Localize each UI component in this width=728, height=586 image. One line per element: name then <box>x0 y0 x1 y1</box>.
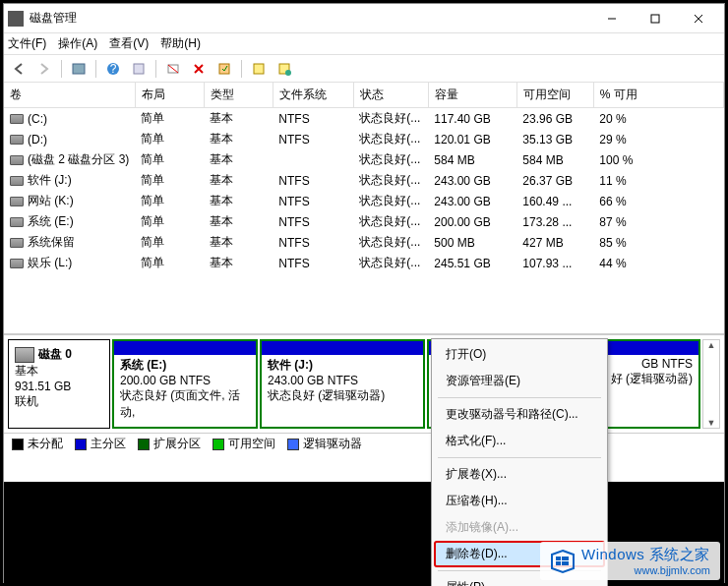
close-button[interactable] <box>677 5 720 32</box>
volume-icon <box>10 114 24 124</box>
col-pct[interactable]: % 可用 <box>593 83 723 108</box>
menu-help[interactable]: 帮助(H) <box>160 35 201 52</box>
back-button[interactable] <box>8 58 30 80</box>
svg-rect-1 <box>651 15 659 23</box>
legend-unallocated: 未分配 <box>28 436 63 452</box>
table-row[interactable]: (C:)简单基本NTFS状态良好(...117.40 GB23.96 GB20 … <box>4 108 724 130</box>
watermark-line2: www.bjjmlv.com <box>581 564 710 576</box>
scroll-indicator[interactable]: ▲▼ <box>702 339 720 429</box>
toolbar-icon-1[interactable] <box>68 58 90 80</box>
volume-icon <box>10 176 24 186</box>
col-fs[interactable]: 文件系统 <box>273 83 353 108</box>
table-row[interactable]: (磁盘 2 磁盘分区 3)简单基本状态良好(...584 MB584 MB100… <box>4 149 724 170</box>
disk-size: 931.51 GB <box>15 380 103 393</box>
partition-title: 软件 (J:) <box>268 357 417 374</box>
disk-label: 磁盘 0 <box>38 347 72 361</box>
svg-text:?: ? <box>110 62 117 76</box>
table-row[interactable]: (D:)简单基本NTFS状态良好(...120.01 GB35.13 GB29 … <box>4 129 724 149</box>
cm-shrink[interactable]: 压缩卷(H)... <box>434 488 605 514</box>
legend-primary: 主分区 <box>91 436 126 452</box>
volume-icon <box>10 135 24 145</box>
legend-free: 可用空间 <box>228 436 275 452</box>
col-free[interactable]: 可用空间 <box>516 83 593 108</box>
col-layout[interactable]: 布局 <box>135 83 204 108</box>
toolbar: ? <box>4 55 724 83</box>
volume-table[interactable]: 卷 布局 类型 文件系统 状态 容量 可用空间 % 可用 (C:)简单基本NTF… <box>4 83 724 334</box>
svg-rect-14 <box>562 557 569 560</box>
volume-icon <box>10 197 24 206</box>
legend-swatch-primary <box>75 439 87 450</box>
svg-rect-16 <box>562 561 569 565</box>
svg-point-12 <box>285 70 291 76</box>
partition-title: 系统 (E:) <box>120 357 250 374</box>
cm-format[interactable]: 格式化(F)... <box>434 428 605 454</box>
refresh-icon[interactable] <box>162 58 184 80</box>
legend-swatch-logical <box>287 439 299 450</box>
table-row[interactable]: 系统保留简单基本NTFS状态良好(...500 MB427 MB85 % <box>4 232 724 253</box>
windows-logo-icon <box>550 549 576 574</box>
disk-icon <box>15 347 34 363</box>
titlebar[interactable]: 磁盘管理 <box>4 4 724 33</box>
menu-view[interactable]: 查看(V) <box>109 35 149 52</box>
disk-info[interactable]: 磁盘 0 基本 931.51 GB 联机 <box>8 339 110 429</box>
toolbar-icon-4[interactable] <box>248 58 270 80</box>
menu-file[interactable]: 文件(F) <box>8 35 46 52</box>
cm-extend[interactable]: 扩展卷(X)... <box>434 461 605 488</box>
table-row[interactable]: 网站 (K:)简单基本NTFS状态良好(...243.00 GB160.49 .… <box>4 191 724 211</box>
volume-icon <box>10 259 24 268</box>
svg-rect-13 <box>556 557 561 560</box>
maximize-button[interactable] <box>634 5 677 32</box>
toolbar-icon-5[interactable] <box>273 58 295 80</box>
col-volume[interactable]: 卷 <box>4 83 135 108</box>
legend: 未分配 主分区 扩展分区 可用空间 逻辑驱动器 <box>4 433 724 454</box>
cm-add-mirror: 添加镜像(A)... <box>434 514 605 541</box>
partition-block-selected[interactable]: 软件 (J:) 243.00 GB NTFS 状态良好 (逻辑驱动器) <box>260 339 425 429</box>
svg-rect-9 <box>219 64 229 74</box>
table-row[interactable]: 软件 (J:)简单基本NTFS状态良好(...243.00 GB26.37 GB… <box>4 170 724 191</box>
svg-rect-10 <box>254 64 264 74</box>
table-row[interactable]: 系统 (E:)简单基本NTFS状态良好(...200.00 GB173.28 .… <box>4 211 724 232</box>
help-icon[interactable]: ? <box>102 58 124 80</box>
legend-logical: 逻辑驱动器 <box>303 436 362 452</box>
disk-state: 联机 <box>15 393 103 410</box>
col-status[interactable]: 状态 <box>353 83 428 108</box>
volume-icon <box>10 217 24 227</box>
menubar: 文件(F) 操作(A) 查看(V) 帮助(H) <box>4 33 724 55</box>
disk-type: 基本 <box>15 363 103 380</box>
legend-extended: 扩展分区 <box>153 436 201 452</box>
cm-change-letter[interactable]: 更改驱动器号和路径(C)... <box>434 401 605 428</box>
app-icon <box>8 11 24 27</box>
legend-swatch-extended <box>138 439 150 450</box>
partition-status: 状态良好 (页面文件, 活动, <box>120 387 250 421</box>
col-type[interactable]: 类型 <box>204 83 273 108</box>
watermark: Windows 系统之家 www.bjjmlv.com <box>540 542 720 580</box>
delete-icon[interactable] <box>188 58 210 80</box>
partition-block[interactable]: 系统 (E:) 200.00 GB NTFS 状态良好 (页面文件, 活动, <box>112 339 258 429</box>
minimize-button[interactable] <box>590 5 634 32</box>
partition-size: 243.00 GB NTFS <box>268 374 417 387</box>
svg-rect-4 <box>73 64 85 74</box>
cm-open[interactable]: 打开(O) <box>434 341 605 368</box>
svg-rect-15 <box>556 561 561 565</box>
window-title: 磁盘管理 <box>30 10 590 27</box>
volume-icon <box>10 238 24 248</box>
toolbar-icon-3[interactable] <box>213 58 235 80</box>
legend-swatch-free <box>212 439 224 450</box>
cm-explorer[interactable]: 资源管理器(E) <box>434 368 605 394</box>
legend-swatch-unallocated <box>12 439 24 450</box>
disk-view: 磁盘 0 基本 931.51 GB 联机 系统 (E:) 200.00 GB N… <box>4 334 724 433</box>
toolbar-icon-2[interactable] <box>128 58 150 80</box>
partition-status: 状态良好 (逻辑驱动器) <box>268 387 417 404</box>
partition-size: 200.00 GB NTFS <box>120 374 250 387</box>
col-capacity[interactable]: 容量 <box>428 83 516 108</box>
menu-action[interactable]: 操作(A) <box>58 35 97 52</box>
forward-button[interactable] <box>33 58 55 80</box>
table-row[interactable]: 娱乐 (L:)简单基本NTFS状态良好(...245.51 GB107.93 .… <box>4 253 724 273</box>
watermark-line1: Windows 系统之家 <box>581 546 710 564</box>
svg-rect-7 <box>134 64 144 74</box>
volume-icon <box>10 155 24 165</box>
